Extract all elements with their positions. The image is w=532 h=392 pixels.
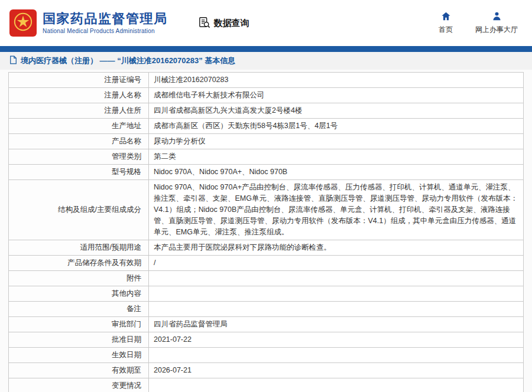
row-value bbox=[149, 348, 524, 363]
nav-online-hall[interactable]: 网上办事大厅 bbox=[475, 11, 518, 35]
table-row: 结构及组成/主要组成成分 Nidoc 970A、Nidoc 970A+产品由控制… bbox=[9, 180, 524, 240]
row-value: 本产品主要用于医院泌尿科对下尿路功能的诊断检查。 bbox=[149, 240, 524, 256]
nav-home-label: 首页 bbox=[439, 25, 453, 35]
row-label: 有效期至 bbox=[9, 363, 149, 378]
table-row: 产品名称 尿动力学分析仪 bbox=[9, 134, 524, 149]
row-label: 型号规格 bbox=[9, 165, 149, 180]
table-row: 附件 bbox=[9, 271, 524, 286]
table-row: 批准日期 2021-07-22 bbox=[9, 332, 524, 348]
document-icon bbox=[9, 55, 17, 66]
row-label: 生产地址 bbox=[9, 119, 149, 134]
data-query-link[interactable]: 数据查询 bbox=[199, 17, 249, 30]
home-icon bbox=[441, 11, 451, 23]
row-value: 川械注准20162070283 bbox=[149, 73, 524, 88]
row-value: 2021-07-22 bbox=[149, 332, 524, 348]
breadcrumb-text: 境内医疗器械（注册） —— “川械注准20162070283” 基本信息 bbox=[21, 55, 235, 66]
table-row: 有效期至 2026-07-21 bbox=[9, 363, 524, 378]
row-label: 结构及组成/主要组成成分 bbox=[9, 180, 149, 240]
person-icon bbox=[492, 11, 502, 23]
table-row: 产品储存条件及有效期 / bbox=[9, 256, 524, 271]
site-title-cn: 国家药品监督管理局 bbox=[43, 12, 168, 26]
row-label: 产品储存条件及有效期 bbox=[9, 256, 149, 271]
row-label: 产品名称 bbox=[9, 134, 149, 149]
site-title-en: National Medical Products Administration bbox=[43, 28, 168, 34]
site-title: 国家药品监督管理局 National Medical Products Admi… bbox=[43, 12, 168, 34]
table-row: 注册证编号 川械注准20162070283 bbox=[9, 73, 524, 88]
table-row: 适用范围/预期用途 本产品主要用于医院泌尿科对下尿路功能的诊断检查。 bbox=[9, 240, 524, 256]
nav-online-hall-label: 网上办事大厅 bbox=[475, 25, 518, 35]
page-header: 国家药品监督管理局 National Medical Products Admi… bbox=[0, 0, 532, 46]
row-value: 四川省药品监督管理局 bbox=[149, 317, 524, 332]
row-label: 生效日期 bbox=[9, 348, 149, 363]
nmpa-emblem-icon bbox=[13, 12, 33, 34]
document-search-icon bbox=[199, 17, 210, 30]
row-label: 审批部门 bbox=[9, 317, 149, 332]
table-row: 生效日期 bbox=[9, 348, 524, 363]
row-value: Nidoc 970A、Nidoc 970A+产品由控制台、尿流率传感器、压力传感… bbox=[149, 180, 524, 240]
row-value: 成都维信电子科大新技术有限公司 bbox=[149, 88, 524, 103]
breadcrumb: 境内医疗器械（注册） —— “川械注准20162070283” 基本信息 bbox=[0, 52, 532, 70]
row-label: 备注 bbox=[9, 302, 149, 317]
table-row: 其他内容 bbox=[9, 286, 524, 302]
row-label: 变更情况 bbox=[9, 378, 149, 392]
nmpa-logo bbox=[9, 9, 37, 37]
row-label: 其他内容 bbox=[9, 286, 149, 302]
table-row: 注册人名称 成都维信电子科大新技术有限公司 bbox=[9, 88, 524, 103]
row-value bbox=[149, 378, 524, 392]
row-label: 管理类别 bbox=[9, 149, 149, 165]
main-content: 注册证编号 川械注准20162070283 注册人名称 成都维信电子科大新技术有… bbox=[0, 70, 532, 392]
table-row: 变更情况 bbox=[9, 378, 524, 392]
table-row: 管理类别 第二类 bbox=[9, 149, 524, 165]
row-value bbox=[149, 302, 524, 317]
row-value: 四川省成都高新区九兴大道高发大厦2号楼4楼 bbox=[149, 103, 524, 119]
row-label: 注册人住所 bbox=[9, 103, 149, 119]
row-label: 注册人名称 bbox=[9, 88, 149, 103]
row-value: 第二类 bbox=[149, 149, 524, 165]
row-label: 适用范围/预期用途 bbox=[9, 240, 149, 256]
row-value: / bbox=[149, 256, 524, 271]
row-value: 成都市高新区（西区）天勤东街58号4栋3层1号、4层1号 bbox=[149, 119, 524, 134]
table-row: 注册人住所 四川省成都高新区九兴大道高发大厦2号楼4楼 bbox=[9, 103, 524, 119]
row-value: 尿动力学分析仪 bbox=[149, 134, 524, 149]
nav-home[interactable]: 首页 bbox=[439, 11, 453, 35]
header-nav: 首页 网上办事大厅 bbox=[439, 11, 518, 35]
blue-divider-bar bbox=[0, 46, 532, 52]
table-row: 生产地址 成都市高新区（西区）天勤东街58号4栋3层1号、4层1号 bbox=[9, 119, 524, 134]
registration-detail-table: 注册证编号 川械注准20162070283 注册人名称 成都维信电子科大新技术有… bbox=[8, 72, 524, 392]
row-label: 注册证编号 bbox=[9, 73, 149, 88]
row-label: 附件 bbox=[9, 271, 149, 286]
table-row: 备注 bbox=[9, 302, 524, 317]
row-value: Nidoc 970A、Nidoc 970A+、Nidoc 970B bbox=[149, 165, 524, 180]
table-row: 型号规格 Nidoc 970A、Nidoc 970A+、Nidoc 970B bbox=[9, 165, 524, 180]
row-label: 批准日期 bbox=[9, 332, 149, 348]
row-value bbox=[149, 286, 524, 302]
data-query-label: 数据查询 bbox=[214, 18, 249, 29]
row-value bbox=[149, 271, 524, 286]
row-value: 2026-07-21 bbox=[149, 363, 524, 378]
table-row: 审批部门 四川省药品监督管理局 bbox=[9, 317, 524, 332]
